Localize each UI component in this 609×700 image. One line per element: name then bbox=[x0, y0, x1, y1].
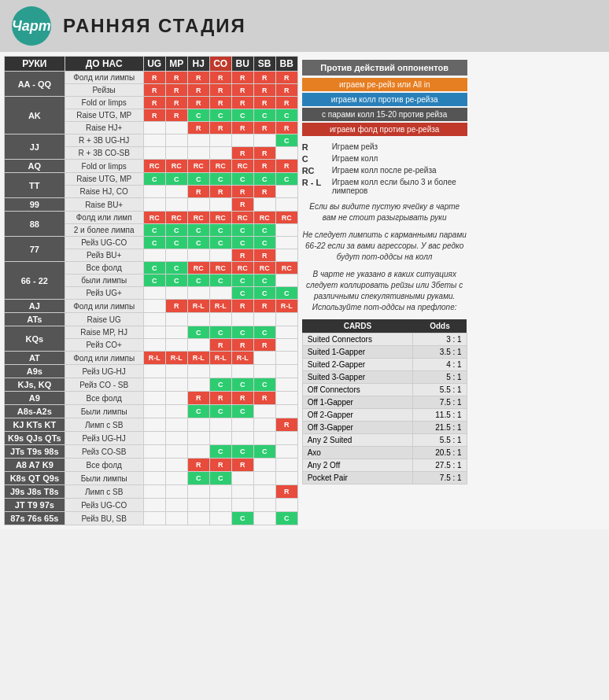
code-rl: R - L Играем колл если было 3 и более ли… bbox=[302, 178, 467, 195]
note1: Если вы видите пустую ячейку в чарте вам… bbox=[302, 201, 467, 223]
strategy-cell bbox=[165, 472, 187, 485]
action-cell: Фолд или лимп bbox=[65, 212, 143, 224]
strategy-cell bbox=[143, 378, 165, 392]
strategy-cell: R bbox=[231, 147, 253, 160]
strategy-cell bbox=[209, 365, 231, 378]
strategy-cell: C bbox=[275, 173, 297, 186]
strategy-cell: R bbox=[209, 459, 231, 472]
hand-cell: 66 - 22 bbox=[5, 262, 65, 300]
strategy-cell: R bbox=[231, 198, 253, 212]
strategy-cell bbox=[187, 134, 209, 147]
hand-cell: A8s-A2s bbox=[5, 405, 65, 418]
strategy-cell: R bbox=[187, 84, 209, 97]
strategy-cell: C bbox=[209, 109, 231, 122]
strategy-cell bbox=[187, 339, 209, 352]
strategy-cell: R-L bbox=[275, 300, 297, 313]
strategy-cell bbox=[143, 287, 165, 300]
odds-cell: 5.5 : 1 bbox=[413, 434, 467, 447]
strategy-cell bbox=[275, 392, 297, 405]
odds-cell: Suited 2-Gapper bbox=[302, 359, 413, 371]
hand-cell: 87s 76s 65s bbox=[5, 512, 65, 525]
hand-cell: A8 A7 K9 bbox=[5, 459, 65, 472]
strategy-cell bbox=[275, 326, 297, 339]
legend-blue: играем колл против ре-рейза bbox=[302, 93, 467, 106]
strategy-cell bbox=[275, 405, 297, 418]
strategy-cell: R bbox=[253, 84, 275, 97]
codes-section: R Играем рейз C Играем колл RC Играем ко… bbox=[302, 142, 467, 195]
strategy-cell: RC bbox=[231, 212, 253, 224]
legend-dark: с парами колл 15-20 против рейза bbox=[302, 108, 467, 121]
strategy-cell bbox=[165, 147, 187, 160]
co-col-header: CO bbox=[209, 57, 231, 72]
action-cell: Рейз BU+ bbox=[65, 249, 143, 262]
strategy-cell: C bbox=[253, 173, 275, 186]
odds-cell: Off 2-Gapper bbox=[302, 409, 413, 422]
action-cell: Все фолд bbox=[65, 262, 143, 274]
strategy-cell bbox=[143, 445, 165, 459]
strategy-cell: C bbox=[231, 378, 253, 392]
strategy-table: РУКИ ДО НАС UG MP HJ CO BU SB BB AA - QQ… bbox=[4, 56, 298, 525]
strategy-cell bbox=[143, 405, 165, 418]
strategy-cell: R bbox=[253, 300, 275, 313]
odds-odds-header: Odds bbox=[413, 319, 467, 333]
strategy-cell bbox=[253, 485, 275, 499]
strategy-cell: R bbox=[165, 97, 187, 109]
sb-col-header: SB bbox=[253, 57, 275, 72]
odds-cell: 27.5 : 1 bbox=[413, 459, 467, 472]
odds-cell: Off 3-Gapper bbox=[302, 422, 413, 434]
strategy-cell: R bbox=[209, 97, 231, 109]
strategy-cell: RC bbox=[187, 160, 209, 173]
strategy-cell: R bbox=[209, 339, 231, 352]
strategy-cell: C bbox=[143, 237, 165, 249]
strategy-cell: C bbox=[209, 224, 231, 237]
strategy-cell: R bbox=[187, 459, 209, 472]
strategy-cell bbox=[275, 186, 297, 198]
strategy-cell bbox=[187, 378, 209, 392]
strategy-cell: R bbox=[275, 72, 297, 84]
strategy-cell bbox=[275, 198, 297, 212]
strategy-cell bbox=[275, 445, 297, 459]
strategy-cell: R bbox=[165, 300, 187, 313]
hand-cell: JT T9 97s bbox=[5, 499, 65, 512]
strategy-cell: R-L bbox=[143, 352, 165, 365]
strategy-cell bbox=[275, 365, 297, 378]
strategy-cell bbox=[275, 147, 297, 160]
hand-cell: J9s J8s T8s bbox=[5, 485, 65, 499]
strategy-cell: R bbox=[253, 249, 275, 262]
strategy-cell: C bbox=[231, 224, 253, 237]
action-cell: Фолд или лимпы bbox=[65, 300, 143, 313]
hand-cell: A9 bbox=[5, 392, 65, 405]
strategy-cell bbox=[143, 134, 165, 147]
strategy-cell: R bbox=[231, 122, 253, 134]
strategy-cell: R bbox=[187, 97, 209, 109]
strategy-cell: RC bbox=[187, 262, 209, 274]
strategy-cell: R bbox=[165, 109, 187, 122]
hand-cell: AA - QQ bbox=[5, 72, 65, 97]
strategy-cell: RC bbox=[253, 262, 275, 274]
strategy-cell: R bbox=[231, 392, 253, 405]
strategy-cell: C bbox=[165, 274, 187, 287]
strategy-cell: C bbox=[187, 326, 209, 339]
strategy-cell bbox=[275, 274, 297, 287]
action-cell: Рейз UG-CO bbox=[65, 237, 143, 249]
action-cell: Рейз UG-CO bbox=[65, 499, 143, 512]
strategy-cell bbox=[253, 352, 275, 365]
strategy-cell: C bbox=[209, 472, 231, 485]
strategy-cell bbox=[143, 339, 165, 352]
odds-cell: 5 : 1 bbox=[413, 371, 467, 384]
action-cell: R + 3B CO-SB bbox=[65, 147, 143, 160]
hand-cell: KJs, KQ bbox=[5, 378, 65, 392]
strategy-cell bbox=[209, 147, 231, 160]
strategy-cell: C bbox=[253, 378, 275, 392]
hand-cell: 77 bbox=[5, 237, 65, 262]
odds-table: CARDS Odds Suited Connectors3 : 1Suited … bbox=[302, 319, 467, 484]
hand-cell: K8s QT Q9s bbox=[5, 472, 65, 485]
strategy-cell bbox=[275, 249, 297, 262]
strategy-cell: C bbox=[209, 237, 231, 249]
strategy-cell: R bbox=[231, 459, 253, 472]
action-cell: Были лимпы bbox=[65, 472, 143, 485]
strategy-cell: C bbox=[231, 405, 253, 418]
strategy-cell bbox=[165, 326, 187, 339]
strategy-cell: C bbox=[187, 224, 209, 237]
hj-col-header: HJ bbox=[187, 57, 209, 72]
